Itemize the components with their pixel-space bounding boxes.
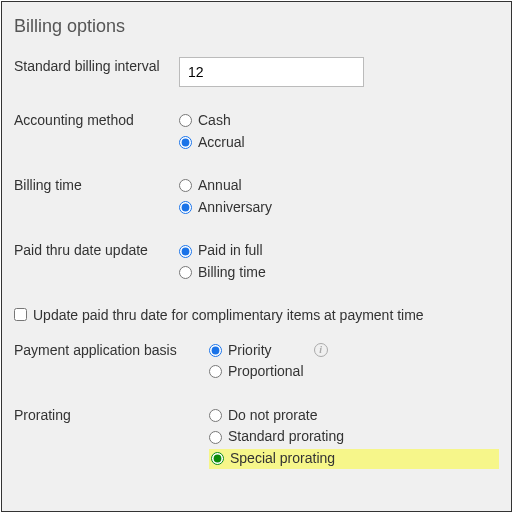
radio-label-proportional: Proportional <box>228 362 304 382</box>
label-prorating: Prorating <box>14 406 179 424</box>
billing-options-panel: Billing options Standard billing interva… <box>1 1 512 512</box>
radio-label-anniversary: Anniversary <box>198 198 272 218</box>
radio-label-prorate-standard: Standard prorating <box>228 427 344 447</box>
highlight-special-prorating: Special prorating <box>209 449 499 469</box>
row-standard-billing-interval: Standard billing interval <box>14 57 499 87</box>
radio-prorate-standard[interactable] <box>209 431 222 444</box>
standard-billing-interval-input[interactable] <box>179 57 364 87</box>
radio-label-paid-billing: Billing time <box>198 263 266 283</box>
radio-label-prorate-special: Special prorating <box>230 449 335 469</box>
radio-label-annual: Annual <box>198 176 242 196</box>
row-payment-basis: Payment application basis Priority i Pro… <box>14 341 499 382</box>
radio-label-paid-full: Paid in full <box>198 241 263 261</box>
info-icon[interactable]: i <box>314 343 328 357</box>
page-title: Billing options <box>14 16 499 37</box>
label-complimentary: Update paid thru date for complimentary … <box>33 307 424 323</box>
radio-billing-anniversary[interactable] <box>179 201 192 214</box>
row-paid-thru: Paid thru date update Paid in full Billi… <box>14 241 499 282</box>
radio-prorate-special[interactable] <box>211 452 224 465</box>
radio-accounting-accrual[interactable] <box>179 136 192 149</box>
radio-label-cash: Cash <box>198 111 231 131</box>
radio-basis-proportional[interactable] <box>209 365 222 378</box>
row-complimentary: Update paid thru date for complimentary … <box>14 307 499 323</box>
radio-paid-full[interactable] <box>179 245 192 258</box>
row-accounting-method: Accounting method Cash Accrual <box>14 111 499 152</box>
radio-label-prorate-none: Do not prorate <box>228 406 318 426</box>
row-prorating: Prorating Do not prorate Standard prorat… <box>14 406 499 469</box>
radio-label-accrual: Accrual <box>198 133 245 153</box>
radio-label-priority: Priority <box>228 341 272 361</box>
checkbox-complimentary[interactable] <box>14 308 27 321</box>
radio-basis-priority[interactable] <box>209 344 222 357</box>
label-accounting-method: Accounting method <box>14 111 179 129</box>
radio-billing-annual[interactable] <box>179 179 192 192</box>
label-paid-thru: Paid thru date update <box>14 241 179 259</box>
radio-paid-billing[interactable] <box>179 266 192 279</box>
radio-prorate-none[interactable] <box>209 409 222 422</box>
radio-accounting-cash[interactable] <box>179 114 192 127</box>
row-billing-time: Billing time Annual Anniversary <box>14 176 499 217</box>
label-payment-basis: Payment application basis <box>14 341 209 359</box>
label-standard-billing-interval: Standard billing interval <box>14 57 179 75</box>
label-billing-time: Billing time <box>14 176 179 194</box>
